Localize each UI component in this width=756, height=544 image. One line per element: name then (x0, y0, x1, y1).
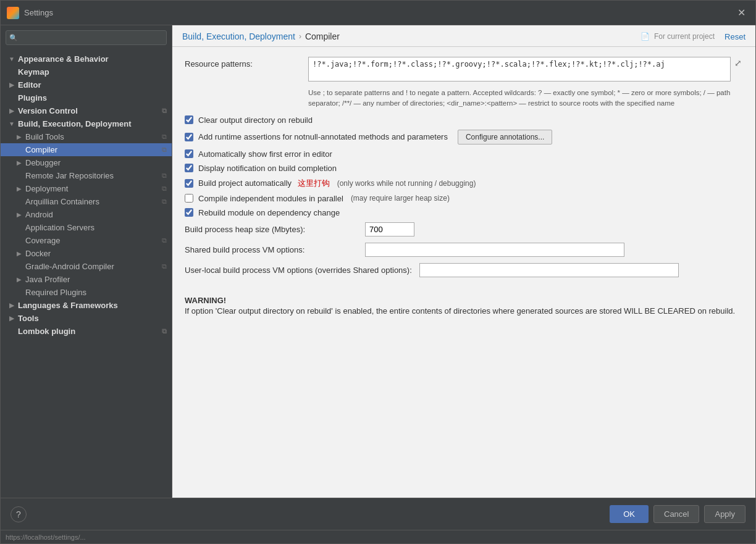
warning-body: If option 'Clear output directory on reb… (185, 305, 743, 317)
sidebar-item-build-tools[interactable]: Build Tools ⧉ (1, 130, 172, 143)
arrow-icon (8, 94, 15, 102)
sidebar-item-lombok[interactable]: Lombok plugin ⧉ (1, 325, 172, 338)
hint-text: Use ; to separate patterns and ! to nega… (308, 88, 743, 109)
arrow-icon (15, 289, 23, 296)
arrow-icon (8, 315, 15, 322)
checkbox-show-first-error[interactable] (185, 149, 193, 158)
footer-buttons: OK Cancel Apply (610, 505, 746, 523)
checkbox-row-show-error: Automatically show first error in editor (185, 149, 743, 159)
sidebar-item-languages[interactable]: Languages & Frameworks (1, 299, 172, 312)
arrow-icon (15, 263, 23, 270)
checkbox-row-compile-parallel: Compile independent modules in parallel … (185, 194, 743, 203)
window-title: Settings (24, 8, 53, 17)
arrow-icon (15, 276, 23, 283)
checkbox-build-auto[interactable] (185, 179, 193, 188)
shared-vm-input[interactable] (365, 243, 624, 257)
checkbox-row-runtime: Add runtime assertions for notnull-annot… (185, 130, 743, 144)
breadcrumb-parent[interactable]: Build, Execution, Deployment (182, 31, 295, 41)
sidebar-item-version-control[interactable]: Version Control ⧉ (1, 104, 172, 117)
resource-pattern-box: !?*.java;!?*.form;!?*.class;!?*.groovy;!… (308, 57, 743, 82)
checkbox-runtime-assertions[interactable] (185, 133, 193, 141)
resource-patterns-row: Resource patterns: !?*.java;!?*.form;!?*… (185, 57, 743, 82)
settings-window: Settings ✕ 🔍 Appearance & Behavior Keyma… (0, 0, 756, 544)
sidebar-item-app-servers[interactable]: Application Servers (1, 221, 172, 234)
cancel-button[interactable]: Cancel (653, 505, 699, 523)
title-bar: Settings ✕ (1, 1, 755, 25)
sidebar-item-label: Coverage (25, 236, 60, 245)
user-vm-input[interactable] (419, 263, 679, 277)
sidebar-item-debugger[interactable]: Debugger (1, 156, 172, 169)
sidebar-item-keymap[interactable]: Keymap (1, 65, 172, 78)
checkbox-label-show-error[interactable]: Automatically show first error in editor (198, 149, 332, 159)
checkbox-rebuild-dependency[interactable] (185, 208, 193, 217)
sidebar-item-android[interactable]: Android (1, 208, 172, 221)
sidebar-item-compiler[interactable]: Compiler ⧉ (1, 143, 172, 156)
sidebar-item-label: Appearance & Behavior (18, 54, 109, 64)
apply-button[interactable]: Apply (704, 505, 746, 523)
sidebar-item-remote-jar[interactable]: Remote Jar Repositories ⧉ (1, 169, 172, 182)
arrow-icon (15, 237, 23, 245)
sidebar-item-coverage[interactable]: Coverage ⧉ (1, 234, 172, 247)
checkbox-label-runtime[interactable]: Add runtime assertions for notnull-annot… (198, 132, 448, 141)
arrow-icon (15, 133, 23, 141)
sidebar-item-tools[interactable]: Tools (1, 312, 172, 325)
arrow-icon (8, 82, 15, 89)
sidebar-item-appearance[interactable]: Appearance & Behavior (1, 52, 172, 65)
sidebar-item-gradle-android[interactable]: Gradle-Android Compiler ⧉ (1, 260, 172, 273)
sidebar-item-editor[interactable]: Editor (1, 78, 172, 91)
configure-annotations-button[interactable]: Configure annotations... (458, 130, 552, 144)
for-project-link[interactable]: 📄 For current project (640, 32, 715, 41)
checkbox-row-clear-output: Clear output directory on rebuild (185, 115, 743, 125)
checkbox-label-compile-parallel[interactable]: Compile independent modules in parallel (198, 194, 343, 203)
arrow-icon (8, 56, 15, 63)
arrow-icon (15, 185, 23, 193)
arrow-icon (15, 159, 23, 167)
sidebar-item-label: Remote Jar Repositories (25, 171, 114, 180)
help-button[interactable]: ? (10, 506, 27, 522)
app-icon (7, 7, 19, 19)
arrow-icon (15, 146, 23, 154)
checkbox-label-notification[interactable]: Display notification on build completion (198, 164, 337, 173)
checkbox-label-rebuild[interactable]: Rebuild module on dependency change (198, 208, 340, 217)
sidebar-item-label: Gradle-Android Compiler (25, 262, 114, 271)
arrow-icon (8, 120, 15, 128)
sidebar-item-label: Plugins (18, 93, 47, 103)
copy-icon: ⧉ (162, 185, 167, 193)
sidebar-item-label: Version Control (18, 106, 78, 115)
sidebar-item-deployment[interactable]: Deployment ⧉ (1, 182, 172, 195)
heap-size-input[interactable] (365, 222, 414, 236)
checkbox-label-clear-output[interactable]: Clear output directory on rebuild (198, 115, 313, 125)
breadcrumb-current: Compiler (305, 31, 340, 41)
right-panel: Build, Execution, Deployment › Compiler … (172, 25, 755, 498)
sidebar-item-build-execution[interactable]: Build, Execution, Deployment (1, 117, 172, 130)
warning-title: WARNING! (185, 296, 743, 305)
arrow-icon (15, 224, 23, 232)
checkbox-display-notification[interactable] (185, 164, 193, 172)
close-button[interactable]: ✕ (734, 6, 749, 20)
project-icon: 📄 (640, 32, 650, 41)
heap-size-row: Build process heap size (Mbytes): (185, 222, 743, 236)
sidebar-item-required-plugins[interactable]: Required Plugins (1, 286, 172, 299)
sidebar-item-docker[interactable]: Docker (1, 247, 172, 260)
sidebar-item-plugins[interactable]: Plugins (1, 91, 172, 104)
search-input[interactable] (6, 30, 167, 45)
breadcrumb-separator: › (299, 32, 301, 41)
sidebar-item-label: Editor (18, 80, 41, 90)
checkbox-clear-output[interactable] (185, 115, 193, 124)
sidebar-item-label: Java Profiler (25, 275, 70, 284)
checkbox-label-build-auto[interactable]: Build project automatically 这里打钩 (198, 178, 330, 189)
sidebar-item-label: Keymap (18, 67, 49, 77)
footer: ? OK Cancel Apply (1, 498, 755, 530)
header-right: 📄 For current project Reset (640, 32, 746, 41)
checkbox-row-rebuild: Rebuild module on dependency change (185, 208, 743, 217)
reset-link[interactable]: Reset (724, 32, 746, 41)
ok-button[interactable]: OK (610, 505, 649, 523)
sidebar-item-java-profiler[interactable]: Java Profiler (1, 273, 172, 286)
resource-patterns-input[interactable]: !?*.java;!?*.form;!?*.class;!?*.groovy;!… (308, 57, 731, 82)
checkbox-compile-parallel[interactable] (185, 194, 193, 203)
status-bar: https://localhost/settings/... (1, 530, 755, 543)
sidebar-item-label: Docker (25, 249, 51, 258)
expand-button[interactable]: ⤢ (733, 57, 743, 69)
sidebar-item-arquillian[interactable]: Arquillian Containers ⧉ (1, 195, 172, 208)
warning-box: WARNING! If option 'Clear output directo… (185, 290, 743, 324)
